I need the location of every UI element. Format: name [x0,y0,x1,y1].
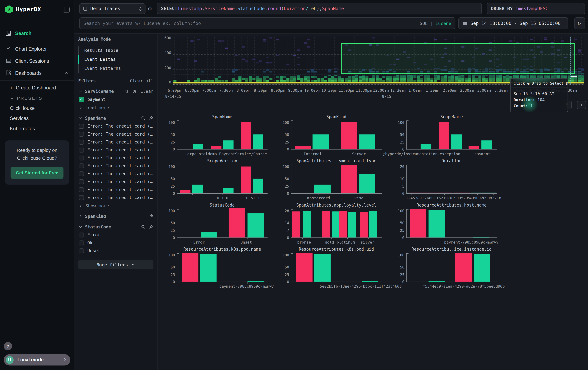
chart-xlabel: mastercard [307,196,330,200]
pin-icon[interactable] [149,116,153,120]
show-more-button[interactable]: Show more [78,203,153,209]
filter-option-spanname[interactable]: Error: The credit card (… [78,171,153,176]
chart-xlabel: 1124538 [404,196,420,200]
filter-option-spanname[interactable]: Error: The credit card (… [78,195,153,200]
divider [0,41,74,41]
analysis-mode-results-table[interactable]: Results Table [78,46,153,55]
filter-group-servicename: ServiceNameClearpaymentLoad more [78,89,153,110]
chart-ytick: 50 [164,265,175,269]
create-dashboard-button[interactable]: + Create Dashboard [0,82,74,93]
sidebar-item-clickhouse[interactable]: ClickHouse [0,103,74,113]
chart-xlabel: f5344ec9-a1ea-4290-a62a-78f5bee8d90b [423,284,505,289]
search-icon[interactable] [125,89,129,94]
pin-icon[interactable] [149,116,153,120]
sql-select-input[interactable]: SELECT Timestamp, ServiceName, StatusCod… [157,3,482,14]
filter-option-spanname[interactable]: Error: The credit card (… [78,179,153,184]
sidebar-item-search[interactable]: Search [0,27,74,39]
filter-option-spanname[interactable]: Error: The credit card (… [78,147,153,152]
checkbox[interactable] [79,163,84,168]
filter-group-clear-button[interactable]: Clear [140,89,153,94]
filter-option-spanname[interactable]: Error: The credit card (… [78,139,153,145]
heatmap-xtick: 6:00pm [168,88,181,92]
filter-group-header[interactable]: SpanKind [78,214,153,219]
hyperdx-logo-icon: ⚡ [5,5,13,14]
sidebar-item-kubernetes[interactable]: Kubernetes [0,123,74,133]
filter-option-label: Error: The credit card (… [87,179,153,184]
source-select[interactable]: Demo Traces [79,3,146,14]
checkbox[interactable] [79,171,84,176]
sql-token: / [306,6,308,11]
chart-ytick: 7 [278,228,289,232]
analysis-mode-event-deltas[interactable]: Event Deltas [78,55,153,64]
bar-green [303,210,311,238]
pin-icon[interactable] [149,225,153,229]
sidebar-item-dashboards[interactable]: Dashboards [0,67,74,79]
sidebar-collapse-icon[interactable] [63,7,70,12]
get-started-button[interactable]: Get Started for Free [10,167,63,178]
filter-group-header[interactable]: StatusCode [78,224,153,230]
filter-option-statuscode[interactable]: Unset [78,248,153,253]
checkbox[interactable] [79,187,84,192]
filter-group-header[interactable]: ServiceNameClear [78,89,153,94]
search-icon[interactable] [141,116,145,120]
filter-option-servicename[interactable]: payment [78,97,153,102]
select-chevrons-icon [139,6,142,11]
chart-title: StatusCode [167,203,277,208]
filter-option-spanname[interactable]: Error: The credit card (… [78,155,153,160]
filter-option-statuscode[interactable]: Error [78,232,153,238]
filter-option-spanname[interactable]: Error: The credit card (… [78,131,153,137]
pin-icon[interactable] [132,89,137,94]
clear-all-button[interactable]: Clear all [130,78,153,83]
date-range-picker[interactable]: Sep 14 18:00:00 - Sep 15 05:30:00 [458,17,568,29]
filter-option-spanname[interactable]: Error: The credit card (… [78,187,153,192]
checkbox[interactable] [79,240,84,245]
pin-icon[interactable] [149,214,153,219]
mode-lucene[interactable]: Lucene [436,20,451,26]
gear-icon[interactable]: ⚙ [148,5,151,12]
checkbox[interactable] [79,195,84,200]
help-button[interactable]: ? [4,342,12,350]
search-icon[interactable] [141,116,145,120]
chart-ytick: 100 [278,120,289,125]
filter-option-label: Error: The credit card (… [87,123,153,129]
pin-icon[interactable] [149,214,153,219]
analysis-mode-event-patterns[interactable]: Event Patterns [78,64,153,73]
presets-toggle[interactable]: PRESETS [0,93,74,103]
sidebar-item-client-sessions[interactable]: Client Sessions [0,55,74,67]
checkbox[interactable] [79,179,84,184]
sidebar-item-services[interactable]: Services [0,113,74,123]
checkbox[interactable] [79,132,84,137]
laptop-icon [5,58,11,64]
sidebar-item-label: Client Sessions [15,58,49,64]
checkbox[interactable] [79,140,84,144]
tooltip-count: Count: 1 [514,103,565,109]
order-by-input[interactable]: ORDER BY Timestamp DESC [487,3,585,14]
checkbox[interactable] [79,232,84,238]
more-filters-button[interactable]: More filters [78,260,153,269]
checkbox[interactable] [79,124,84,129]
checkbox[interactable] [79,155,84,160]
filter-option-statuscode[interactable]: Ok [78,240,153,245]
filter-group-header[interactable]: SpanName [78,116,153,121]
pin-icon[interactable] [132,89,137,94]
run-query-button[interactable]: ▷ [575,17,585,29]
sidebar-item-chart-explorer[interactable]: Chart Explorer [0,43,74,55]
local-mode-button[interactable]: U Local mode [4,354,70,366]
duration-heatmap[interactable] [173,37,584,85]
mode-sql[interactable]: SQL [420,20,428,26]
search-icon[interactable] [125,89,129,94]
chart-ytick: 14 [278,221,289,225]
pin-icon[interactable] [149,225,153,229]
checkbox[interactable] [79,148,84,152]
search-icon[interactable] [141,225,145,229]
checkbox[interactable] [79,97,84,102]
filter-option-spanname[interactable]: Error: The credit card (… [78,123,153,129]
search-icon[interactable] [141,225,145,229]
checkbox[interactable] [79,248,84,253]
heatmap-selection-box[interactable] [341,43,575,74]
load-more-button[interactable]: Load more [78,105,153,110]
pagination-next-button[interactable]: › [577,101,586,109]
chart-xlabel: visa [354,196,364,200]
search-input[interactable]: Search your events w/ Lucene ex. column:… [79,17,455,29]
filter-option-spanname[interactable]: Error: The credit card (… [78,163,153,169]
